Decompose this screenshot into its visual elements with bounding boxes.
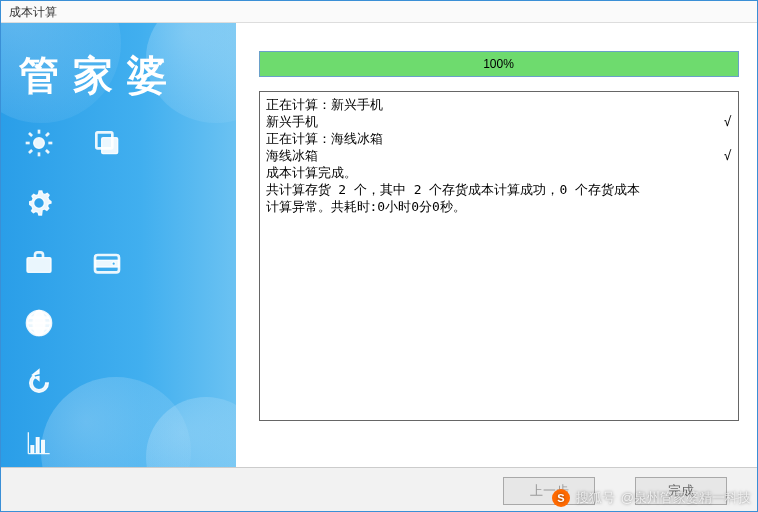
gear-icon	[15, 179, 63, 227]
progress-label: 100%	[260, 52, 738, 76]
placeholder-icon	[83, 299, 131, 347]
log-line: 成本计算完成。	[266, 164, 732, 181]
placeholder-icon	[83, 359, 131, 407]
placeholder-icon	[151, 359, 199, 407]
wallet-icon	[83, 239, 131, 287]
placeholder-icon	[151, 119, 199, 167]
placeholder-icon	[151, 419, 199, 467]
prev-button[interactable]: 上一步	[503, 477, 595, 505]
placeholder-icon	[151, 179, 199, 227]
footer-bar: 上一步 完成	[1, 467, 757, 512]
bar-chart-icon	[15, 419, 63, 467]
finish-button[interactable]: 完成	[635, 477, 727, 505]
log-line: 新兴手机√	[266, 113, 732, 130]
sidebar-icon-grid	[1, 113, 236, 467]
log-output[interactable]: 正在计算：新兴手机新兴手机√正在计算：海线冰箱海线冰箱√成本计算完成。共计算存货…	[259, 91, 739, 421]
placeholder-icon	[83, 179, 131, 227]
svg-point-0	[34, 138, 45, 149]
briefcase-icon	[15, 239, 63, 287]
svg-line-7	[29, 150, 32, 153]
placeholder-icon	[151, 239, 199, 287]
sidebar: 管家婆	[1, 23, 236, 467]
svg-line-6	[46, 150, 49, 153]
window-title: 成本计算	[9, 5, 57, 19]
placeholder-icon	[151, 299, 199, 347]
svg-rect-10	[102, 138, 118, 154]
svg-rect-11	[27, 258, 51, 273]
svg-line-5	[29, 133, 32, 136]
placeholder-icon	[83, 419, 131, 467]
brand-logo: 管家婆	[1, 23, 236, 113]
progress-bar: 100%	[259, 51, 739, 77]
stack-icon	[83, 119, 131, 167]
globe-icon	[15, 299, 63, 347]
log-line: 海线冰箱√	[266, 147, 732, 164]
content-panel: 100% 正在计算：新兴手机新兴手机√正在计算：海线冰箱海线冰箱√成本计算完成。…	[236, 23, 757, 467]
log-line: 共计算存货 2 个，其中 2 个存货成本计算成功，0 个存货成本	[266, 181, 732, 198]
svg-line-8	[46, 133, 49, 136]
sun-icon	[15, 119, 63, 167]
log-line: 正在计算：新兴手机	[266, 96, 732, 113]
log-line: 正在计算：海线冰箱	[266, 130, 732, 147]
window-title-bar: 成本计算	[1, 1, 757, 23]
log-line: 计算异常。共耗时:0小时0分0秒。	[266, 198, 732, 215]
undo-icon	[15, 359, 63, 407]
svg-point-14	[112, 262, 115, 265]
main-area: 管家婆 100%	[1, 23, 757, 467]
